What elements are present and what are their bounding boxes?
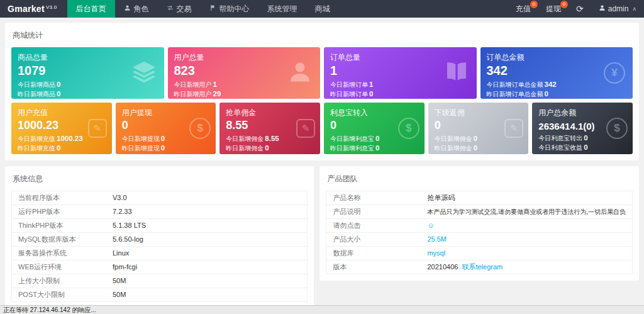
table-row: 产品大小25.5M bbox=[326, 233, 632, 247]
product-panel-title: 产品团队 bbox=[326, 171, 633, 191]
bottom-section: 系统信息 当前程序版本V3.0 运行PHP版本7.2.33 ThinkPHP版本… bbox=[5, 166, 639, 308]
nav-item-mall[interactable]: 商城 bbox=[306, 0, 339, 18]
system-info-table: 当前程序版本V3.0 运行PHP版本7.2.33 ThinkPHP版本5.1.3… bbox=[11, 191, 308, 302]
stats-panel-title: 商城统计 bbox=[11, 28, 633, 47]
telegram-contact-link[interactable]: 联系telegram bbox=[462, 263, 502, 271]
stat-card-user-balance: 用户总余额 2636414.1(0) 今日利息宝转出0 今日利息宝收益0 $ bbox=[532, 103, 633, 154]
edit-note-icon: ✎ bbox=[296, 119, 315, 138]
nav-item-trade[interactable]: 交易 bbox=[158, 0, 201, 18]
navbar-right: 充值 0 提现 0 ⟳ admin ∧ bbox=[508, 0, 644, 18]
table-row: WEB运行环境fpm-fcgi bbox=[12, 261, 307, 274]
system-info-title: 系统信息 bbox=[11, 171, 308, 191]
nav-item-help-label: 帮助中心 bbox=[219, 4, 250, 14]
stat-title: 下级返佣 bbox=[435, 108, 523, 118]
table-row: 数据库mysql bbox=[326, 247, 632, 261]
stat-subline: 昨日新增利息宝0 bbox=[330, 143, 418, 153]
stat-card-sub-rebate: 下级返佣 0 今日新增佣金0 昨日新增佣金0 ✎ bbox=[428, 103, 529, 154]
nav-item-mall-label: 商城 bbox=[315, 4, 330, 14]
stat-subline: 昨日新增佣金0 bbox=[226, 143, 314, 153]
nav-item-trade-label: 交易 bbox=[177, 4, 192, 14]
stat-subline: 昨日新增订单0 bbox=[330, 89, 470, 99]
stat-subline: 昨日新增用户29 bbox=[174, 89, 314, 99]
stat-title: 订单总金额 bbox=[487, 52, 627, 63]
stat-subline: 昨日新增提现0 bbox=[122, 143, 210, 153]
refresh-icon: ⟳ bbox=[576, 4, 584, 14]
nav-item-system-label: 系统管理 bbox=[267, 4, 297, 14]
table-row: MySQL数据库版本5.6.50-log bbox=[12, 233, 307, 247]
withdraw-badge: 0 bbox=[560, 1, 568, 8]
layers-icon bbox=[131, 60, 157, 87]
system-info-panel: 系统信息 当前程序版本V3.0 运行PHP版本7.2.33 ThinkPHP版本… bbox=[5, 166, 314, 308]
nav-item-roles-label: 角色 bbox=[134, 4, 149, 14]
stat-card-interest-in: 利息宝转入 0 今日新增利息宝0 昨日新增利息宝0 $ bbox=[324, 103, 425, 154]
admin-name: admin bbox=[608, 4, 629, 13]
nav-item-roles[interactable]: 角色 bbox=[115, 0, 158, 18]
book-icon bbox=[444, 60, 469, 87]
product-size-link[interactable]: 25.5M bbox=[427, 235, 447, 243]
dollar-coin-icon: $ bbox=[606, 118, 628, 139]
table-row: 上传大小限制50M bbox=[12, 274, 307, 288]
stat-card-users-total: 用户总量 823 今日新增用户1 昨日新增用户29 bbox=[168, 47, 321, 99]
do-not-click-link[interactable]: ☺ bbox=[427, 221, 434, 229]
browser-status-bar: 正在等待 27.124.46.142 的响应... bbox=[0, 305, 644, 314]
stat-card-user-recharge: 用户充值 1000.23 今日新增充值1000.23 昨日新增充值0 ✎ bbox=[11, 103, 112, 154]
table-row: 请勿点击☺ bbox=[326, 219, 632, 233]
database-link[interactable]: mysql bbox=[427, 249, 445, 257]
stat-title: 用户总余额 bbox=[538, 108, 626, 118]
exchange-icon bbox=[167, 4, 174, 13]
dollar-coin-icon: $ bbox=[398, 118, 419, 139]
stat-subline: 昨日新增佣金0 bbox=[435, 143, 523, 153]
table-row: 运行PHP版本7.2.33 bbox=[12, 205, 307, 219]
stat-title: 用户提现 bbox=[122, 108, 210, 118]
version-value: 20210406 bbox=[427, 263, 458, 271]
logo-text: Gmarket bbox=[8, 4, 45, 14]
nav-item-help[interactable]: 帮助中心 bbox=[201, 0, 258, 18]
stat-card-user-withdraw: 用户提现 0 今日新增提现0 昨日新增提现0 $ bbox=[116, 103, 216, 154]
nav-item-home[interactable]: 后台首页 bbox=[67, 0, 115, 18]
nav-item-system[interactable]: 系统管理 bbox=[258, 0, 306, 18]
stat-card-order-amount: 订单总金额 342 今日新增订单总金额342 昨日新增订单总金额0 ¥ bbox=[480, 47, 633, 99]
admin-menu[interactable]: admin ∧ bbox=[591, 0, 644, 18]
stat-card-goods-total: 商品总量 1079 今日新增商品0 昨日新增商品0 bbox=[11, 47, 164, 99]
app-logo: Gmarket V3.0 bbox=[0, 0, 67, 18]
stats-panel: 商城统计 商品总量 1079 今日新增商品0 昨日新增商品0 用户总量 823 … bbox=[5, 23, 639, 160]
stat-card-orders-total: 订单总量 1 今日新增订单1 昨日新增订单0 bbox=[324, 47, 477, 99]
nav-item-home-label: 后台首页 bbox=[76, 4, 106, 14]
table-row: 版本20210406联系telegram bbox=[326, 261, 632, 274]
stat-card-order-commission: 抢单佣金 8.55 今日新增佣金8.55 昨日新增佣金0 ✎ bbox=[219, 103, 320, 154]
stat-title: 利息宝转入 bbox=[330, 108, 418, 118]
dollar-coin-icon: $ bbox=[189, 118, 211, 139]
flag-icon bbox=[209, 4, 216, 13]
table-row: 产品说明本产品只为学习测试交流,请勿要做商业或者用于违法行为,一切后果自负 bbox=[326, 205, 632, 219]
edit-note-icon: ✎ bbox=[504, 119, 523, 138]
stat-subline: 今日利息宝收益0 bbox=[538, 143, 626, 152]
yen-coin-icon: ¥ bbox=[604, 62, 625, 84]
user-icon bbox=[287, 60, 313, 87]
stat-subline: 昨日新增订单总金额0 bbox=[487, 89, 627, 99]
main-content: 商城统计 商品总量 1079 今日新增商品0 昨日新增商品0 用户总量 823 … bbox=[0, 18, 644, 313]
stat-subline: 昨日新增充值0 bbox=[18, 143, 106, 153]
stat-title: 用户充值 bbox=[18, 108, 106, 118]
withdraw-label: 提现 bbox=[546, 4, 561, 14]
edit-note-icon: ✎ bbox=[88, 119, 107, 138]
stat-title: 抢单佣金 bbox=[226, 108, 314, 118]
chevron-up-icon: ∧ bbox=[632, 6, 636, 12]
table-row: 当前程序版本V3.0 bbox=[12, 191, 307, 205]
stats-row-2: 用户充值 1000.23 今日新增充值1000.23 昨日新增充值0 ✎ 用户提… bbox=[11, 103, 633, 154]
table-row: 服务器操作系统Linux bbox=[12, 247, 307, 261]
table-row: POST大小限制50M bbox=[12, 288, 307, 302]
stat-subline: 昨日新增商品0 bbox=[18, 89, 158, 99]
logo-version: V3.0 bbox=[46, 4, 57, 10]
withdraw-link[interactable]: 提现 0 bbox=[538, 0, 569, 18]
refresh-button[interactable]: ⟳ bbox=[569, 0, 591, 18]
top-navbar: Gmarket V3.0 后台首页 角色 交易 帮助中心 系统管理 商城 充值 … bbox=[0, 0, 644, 18]
user-icon bbox=[599, 4, 606, 13]
recharge-badge: 0 bbox=[530, 1, 538, 8]
recharge-label: 充值 bbox=[516, 4, 531, 14]
table-row: ThinkPHP版本5.1.38 LTS bbox=[12, 219, 307, 233]
user-icon bbox=[124, 4, 131, 13]
table-row: 产品名称抢单源码 bbox=[326, 191, 632, 205]
product-panel: 产品团队 产品名称抢单源码 产品说明本产品只为学习测试交流,请勿要做商业或者用于… bbox=[319, 166, 639, 281]
recharge-link[interactable]: 充值 0 bbox=[508, 0, 538, 18]
product-table: 产品名称抢单源码 产品说明本产品只为学习测试交流,请勿要做商业或者用于违法行为,… bbox=[326, 191, 633, 274]
